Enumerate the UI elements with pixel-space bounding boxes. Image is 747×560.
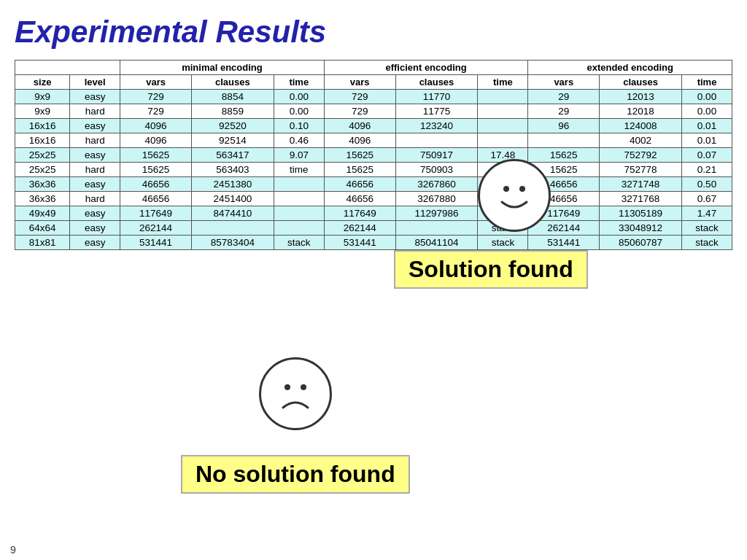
table-cell: 11297986 [395,206,478,221]
table-cell: 46656 [324,192,395,206]
table-cell: 9x9 [15,104,70,119]
table-cell: hard [70,192,120,206]
svg-point-4 [285,384,290,390]
table-cell: easy [70,148,120,163]
table-cell: time [478,163,528,177]
col-level-header: level [70,75,120,90]
table-row: 81x81easy53144185783404stack531441850411… [15,236,732,250]
table-cell: 563417 [191,148,274,163]
table-row: 25x25easy156255634179.071562575091717.48… [15,148,732,163]
table-cell: 4096 [120,133,192,148]
table-cell: 33048912 [600,221,682,236]
table-cell: 750903 [395,163,478,177]
page-number: 9 [10,544,16,556]
table-row: 16x16easy4096925200.10409612324096124008… [15,119,732,133]
table-row: 36x36hard466562451400466563267880time466… [15,192,732,206]
table-cell: 262144 [528,221,600,236]
group-header-row: minimal encoding efficient encoding exte… [15,61,732,75]
page: Experimental Results minimal encoding ef… [0,0,747,560]
table-cell: 46656 [120,192,192,206]
table-cell: 11305189 [600,206,682,221]
table-cell: 2451380 [191,177,274,192]
table-cell: 16x16 [15,119,70,133]
table-cell: 262144 [120,221,192,236]
table-cell: hard [70,104,120,119]
table-cell: 0.01 [682,119,732,133]
table-row: 36x36easy466562451380466563267860time466… [15,177,732,192]
table-cell: 729 [324,104,395,119]
table-cell: 750917 [395,148,478,163]
table-cell: 15625 [528,163,600,177]
table-row: 9x9hard72988590.007291177529120180.00 [15,104,732,119]
svg-point-5 [301,384,306,390]
table-cell: stack [274,236,324,250]
col-ext-clauses-header: clauses [600,75,682,90]
minimal-encoding-header: minimal encoding [120,61,325,75]
table-cell: 92520 [191,119,274,133]
table-cell: time [274,163,324,177]
table-cell [395,221,478,236]
table-row: 25x25hard15625563403time15625750903time1… [15,163,732,177]
solution-found-label: Solution found [409,256,573,282]
table-cell: 752792 [600,148,682,163]
sad-icon [259,357,332,430]
table-cell [478,104,528,119]
table-cell: 9x9 [15,90,70,104]
table-cell: 81x81 [15,236,70,250]
table-cell: 0.21 [682,163,732,177]
table-row: 9x9easy72988540.007291177029120130.00 [15,90,732,104]
table-cell: 117649 [528,206,600,221]
table-cell: 8474410 [191,206,274,221]
table-cell: easy [70,177,120,192]
page-title: Experimental Results [15,15,732,50]
table-cell: 0.10 [274,119,324,133]
table-cell: easy [70,90,120,104]
table-cell: 15625 [324,148,395,163]
table-cell: 124008 [600,119,682,133]
col-eff-vars-header: vars [324,75,395,90]
table-cell [274,177,324,192]
table-cell: 25x25 [15,163,70,177]
table-cell: 8854 [191,90,274,104]
table-cell: 0.00 [682,90,732,104]
table-cell: 4096 [324,133,395,148]
table-cell [478,133,528,148]
table-cell: 729 [120,90,192,104]
table-cell: 46656 [120,177,192,192]
table-cell [274,192,324,206]
table-cell: 12013 [600,90,682,104]
col-min-clauses-header: clauses [191,75,274,90]
table-cell [478,119,528,133]
table-cell: 25x25 [15,148,70,163]
no-solution-label: No solution found [196,461,395,487]
table-cell: 117649 [324,206,395,221]
table-cell: 12018 [600,104,682,119]
table-cell [274,221,324,236]
table-cell: 3271748 [600,177,682,192]
table-cell: easy [70,236,120,250]
table-cell: 46656 [528,192,600,206]
table-cell: 2451400 [191,192,274,206]
table-cell [395,133,478,148]
table-cell: 752778 [600,163,682,177]
table-row: 49x49easy117649847441011764911297986time… [15,206,732,221]
table-cell: 36x36 [15,177,70,192]
table-cell: 85041104 [395,236,478,250]
table-cell: 3271768 [600,192,682,206]
table-cell: 92514 [191,133,274,148]
table-cell: 15625 [324,163,395,177]
table-cell: 0.50 [682,177,732,192]
table-cell: 36x36 [15,192,70,206]
col-ext-time-header: time [682,75,732,90]
table-cell [274,206,324,221]
table-cell: easy [70,119,120,133]
table-cell: 15625 [528,148,600,163]
table-cell: 3267880 [395,192,478,206]
table-cell: 0.46 [274,133,324,148]
table-cell: 8859 [191,104,274,119]
results-table: minimal encoding efficient encoding exte… [15,60,732,250]
table-cell [478,90,528,104]
subheader-row: size level vars clauses time vars clause… [15,75,732,90]
table-cell: time [478,206,528,221]
table-cell: 0.00 [274,104,324,119]
